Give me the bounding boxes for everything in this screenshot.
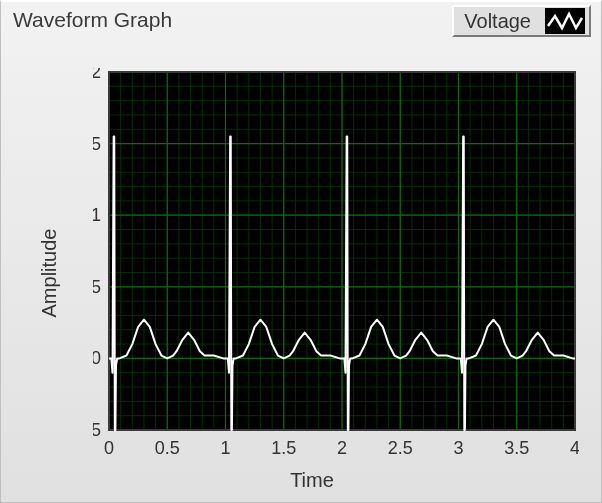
plot-area: Amplitude Time 00.511.522.533.54-0.500.5…: [37, 58, 587, 488]
x-axis-label: Time: [290, 469, 334, 492]
y-tick-label: -0.5: [93, 420, 101, 440]
x-tick-label: 2.5: [388, 438, 413, 458]
y-tick-label: 1: [93, 205, 101, 225]
waveform-line-icon: [547, 10, 583, 32]
x-tick-label: 2: [337, 438, 347, 458]
x-tick-label: 0: [104, 438, 114, 458]
legend[interactable]: Voltage: [452, 5, 591, 37]
x-tick-label: 1: [220, 438, 230, 458]
x-tick-label: 4: [570, 438, 579, 458]
y-tick-label: 2: [93, 68, 101, 82]
legend-series-label: Voltage: [458, 10, 537, 33]
x-tick-label: 3.5: [504, 438, 529, 458]
x-tick-label: 1.5: [271, 438, 296, 458]
graph-panel: Waveform Graph Voltage Amplitude Time 00…: [0, 0, 602, 503]
plot-canvas[interactable]: 00.511.522.533.54-0.500.511.52: [93, 68, 579, 466]
y-tick-label: 1.5: [93, 134, 101, 154]
x-tick-label: 0.5: [155, 438, 180, 458]
panel-title: Waveform Graph: [13, 8, 172, 32]
legend-swatch: [545, 8, 585, 34]
y-tick-label: 0.5: [93, 277, 101, 297]
x-tick-label: 3: [453, 438, 463, 458]
y-tick-label: 0: [93, 348, 101, 368]
y-axis-label: Amplitude: [38, 229, 61, 318]
